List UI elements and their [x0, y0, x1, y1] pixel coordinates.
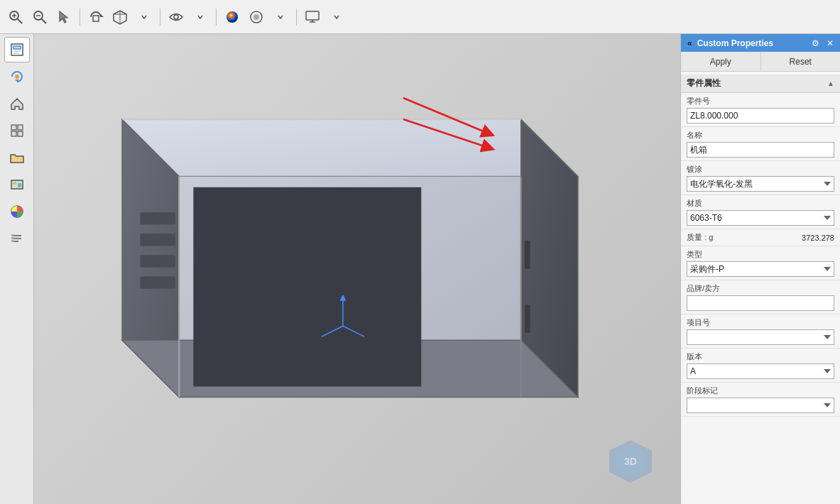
- svg-rect-25: [18, 125, 23, 130]
- rotate-icon[interactable]: [86, 7, 106, 27]
- collapse-left-icon[interactable]: «: [685, 38, 694, 49]
- folder-icon[interactable]: [4, 145, 30, 170]
- part-number-label: 零件号: [687, 96, 834, 106]
- 3d-box-icon[interactable]: [110, 7, 130, 27]
- stage-label: 阶段标记: [687, 385, 834, 396]
- settings-icon[interactable]: ⚙: [809, 38, 822, 49]
- svg-rect-50: [525, 241, 530, 269]
- svg-rect-20: [13, 46, 21, 49]
- name-input[interactable]: [687, 142, 834, 158]
- panel-header: « Custom Properties ⚙ ✕: [681, 34, 840, 52]
- svg-rect-35: [11, 234, 13, 236]
- section-label: 零件属性: [687, 77, 721, 89]
- coating-label: 镀涂: [687, 164, 834, 175]
- apply-button[interactable]: Apply: [681, 52, 761, 71]
- type-select[interactable]: 采购件-P 自制件 标准件: [687, 261, 834, 277]
- home-icon[interactable]: [4, 91, 30, 116]
- toolbar-separator-1: [80, 9, 80, 26]
- project-number-label: 项目号: [687, 317, 834, 328]
- field-project-number: 项目号 项目A 项目B: [681, 314, 840, 349]
- image-icon[interactable]: [4, 172, 30, 197]
- svg-rect-37: [11, 240, 13, 242]
- close-panel-icon[interactable]: ✕: [824, 38, 836, 49]
- field-version: 版本 A B C: [681, 349, 840, 383]
- zoom-in-icon[interactable]: [6, 7, 26, 27]
- main-area: 3D « Custom Properties ⚙ ✕ Apply Reset 零…: [0, 34, 840, 504]
- material-select[interactable]: 6063-T6 6061-T6 AL2024: [687, 210, 834, 226]
- dropdown-arrow2-icon[interactable]: [190, 7, 210, 27]
- svg-rect-16: [306, 11, 319, 20]
- viewport[interactable]: 3D: [34, 34, 680, 504]
- refresh-icon[interactable]: [4, 64, 30, 89]
- svg-rect-46: [140, 255, 175, 268]
- mass-label: 质量 : g: [687, 232, 799, 243]
- panel-content: 零件属性 ▲ 零件号 名称 镀涂 电化学氧化-发黑 无 镀锌 喷涂: [681, 72, 840, 504]
- svg-point-23: [15, 75, 19, 79]
- svg-point-12: [174, 15, 178, 19]
- svg-marker-38: [122, 119, 578, 176]
- reset-button[interactable]: Reset: [761, 52, 841, 71]
- panel-buttons: Apply Reset: [681, 52, 840, 72]
- list-icon[interactable]: [4, 226, 30, 251]
- name-label: 名称: [687, 130, 834, 141]
- svg-rect-8: [93, 16, 99, 21]
- toolbar-separator-4: [296, 9, 297, 26]
- svg-line-1: [18, 19, 22, 23]
- svg-rect-36: [11, 237, 13, 239]
- svg-rect-27: [18, 131, 23, 136]
- monitor-icon[interactable]: [302, 7, 322, 27]
- version-select[interactable]: A B C: [687, 363, 834, 379]
- svg-rect-45: [140, 234, 175, 246]
- field-brand: 品牌/卖方: [681, 280, 840, 314]
- field-stage: 阶段标记 样品 小批量 量产: [681, 383, 840, 417]
- version-label: 版本: [687, 351, 834, 362]
- dropdown-arrow3-icon[interactable]: [271, 7, 290, 27]
- stage-select[interactable]: 样品 小批量 量产: [687, 398, 834, 413]
- dropdown-arrow4-icon[interactable]: [327, 7, 347, 27]
- properties-icon[interactable]: [4, 37, 30, 62]
- coating-select[interactable]: 电化学氧化-发黑 无 镀锌 喷涂: [687, 176, 834, 192]
- section-header[interactable]: 零件属性 ▲: [681, 75, 840, 93]
- type-label: 类型: [687, 249, 834, 260]
- panel-header-icons: ⚙ ✕: [809, 38, 836, 49]
- svg-rect-30: [18, 183, 21, 187]
- panel-title: Custom Properties: [697, 38, 807, 48]
- material-label: 材质: [687, 198, 834, 209]
- render-icon[interactable]: [246, 7, 266, 27]
- brand-label: 品牌/卖方: [687, 283, 834, 294]
- eye-icon[interactable]: [166, 7, 186, 27]
- field-part-number: 零件号: [681, 93, 840, 127]
- svg-point-15: [253, 14, 259, 20]
- toolbar-separator-3: [216, 9, 217, 26]
- dropdown-arrow-icon[interactable]: [134, 7, 154, 27]
- right-panel: « Custom Properties ⚙ ✕ Apply Reset 零件属性…: [680, 34, 840, 504]
- svg-rect-29: [13, 182, 16, 185]
- section-collapse-icon[interactable]: ▲: [827, 80, 834, 87]
- select-icon[interactable]: [54, 7, 74, 27]
- brand-input[interactable]: [687, 295, 834, 311]
- grid-icon[interactable]: [4, 118, 30, 143]
- toolbar: [0, 0, 840, 34]
- mass-value: 3723.278: [802, 234, 834, 242]
- svg-marker-7: [101, 14, 104, 17]
- field-name: 名称: [681, 127, 840, 161]
- svg-text:3D: 3D: [624, 456, 637, 467]
- field-type: 类型 采购件-P 自制件 标准件: [681, 246, 840, 280]
- svg-marker-43: [193, 187, 421, 387]
- field-mass: 质量 : g 3723.278: [681, 229, 840, 246]
- svg-point-13: [227, 11, 238, 23]
- svg-line-5: [42, 19, 46, 23]
- svg-rect-51: [525, 305, 530, 333]
- part-number-input[interactable]: [687, 108, 834, 124]
- color-wheel-icon[interactable]: [4, 199, 30, 224]
- color-sphere-icon[interactable]: [222, 7, 242, 27]
- zoom-out-icon[interactable]: [30, 7, 50, 27]
- svg-rect-47: [140, 276, 175, 289]
- left-iconbar: [0, 34, 34, 504]
- project-number-select[interactable]: 项目A 项目B: [687, 329, 834, 345]
- svg-rect-26: [11, 131, 16, 136]
- field-coating: 镀涂 电化学氧化-发黑 无 镀锌 喷涂: [681, 161, 840, 195]
- svg-rect-44: [140, 212, 175, 225]
- field-material: 材质 6063-T6 6061-T6 AL2024: [681, 195, 840, 229]
- toolbar-separator-2: [160, 9, 160, 26]
